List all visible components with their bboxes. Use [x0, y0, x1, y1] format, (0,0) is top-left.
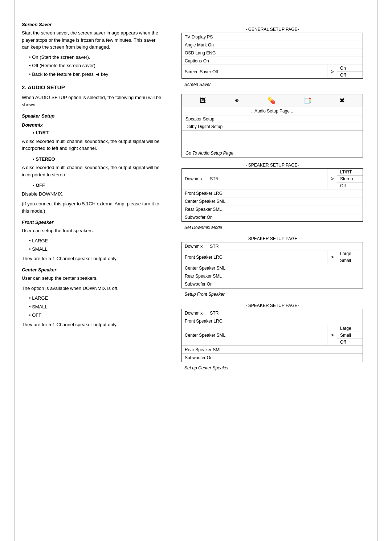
screen-saver-off-label: Screen Saver Off: [182, 65, 327, 78]
screen-saver-heading: Screen Saver: [22, 22, 163, 27]
audio-setup-para: When AUDIO SETUP option is selected, the…: [22, 94, 163, 108]
audio-page-label: .. Audio Setup Page ..: [182, 107, 363, 115]
icon-row: 🖼 ⚭ 💊 📑 ✖: [181, 94, 363, 107]
speaker-icon: 💊: [268, 97, 275, 104]
option-off: Off: [337, 72, 363, 78]
sp3-row-centerspeaker: Center Speaker SML > Large Small Off: [182, 325, 363, 346]
sp1-row-centerspeaker: Center Speaker SML: [182, 197, 363, 205]
sp2-front-label: Front Speaker LRG: [182, 250, 327, 264]
front-speaker-small: SMALL: [29, 246, 163, 253]
sp3-row-subwoofer: Subwoofer On: [182, 354, 363, 362]
option-on: On: [337, 65, 363, 72]
downmix-heading: Downmix: [22, 122, 163, 128]
front-speaker-para: User can setup the front speakers.: [22, 227, 163, 234]
center-speaker-small: SMALL: [29, 303, 163, 311]
sp1-arrow: >: [327, 169, 337, 189]
center-speaker-off: OFF: [29, 312, 163, 319]
angle-mark-label: Angle Mark On: [182, 41, 363, 49]
sp1-off: Off: [337, 183, 363, 189]
captions-label: Captions On: [182, 57, 363, 65]
speaker-setup-3-panel: Downmix STR Front Speaker LRG Center Spe…: [181, 309, 363, 362]
sp1-center-label: Center Speaker SML: [182, 197, 363, 205]
speaker-setup-1-panel: Downmix STR > LT/RT Stereo Off Front Spe…: [181, 168, 363, 222]
sp3-downmix-label: Downmix STR: [182, 309, 363, 317]
sp2-footer: Setup Front Speaker: [181, 291, 363, 298]
off-para1: Disable DOWNMIX.: [22, 190, 163, 198]
center-speaker-large: LARGE: [29, 295, 163, 302]
margin-top: [15, 11, 377, 11]
ltrt-bullet: LT/RT: [33, 129, 163, 136]
sp1-row-frontspeaker: Front Speaker LRG: [182, 189, 363, 197]
panel-row-tvdisplay: TV Display PS: [182, 33, 363, 41]
sp2-row-subwoofer: Subwoofer On: [182, 280, 363, 288]
stereo-para: A disc recorded multi channel soundtrack…: [22, 164, 163, 178]
sp1-options: LT/RT Stereo Off: [337, 169, 363, 189]
sp2-small: Small: [337, 257, 363, 264]
sp3-large: Large: [337, 325, 363, 332]
sp2-large: Large: [337, 250, 363, 257]
sp3-small: Small: [337, 332, 363, 339]
sp3-row-rearspeaker: Rear Speaker SML: [182, 346, 363, 354]
arrow-icon: >: [327, 65, 337, 78]
speaker-setup-1-label: - SPEAKER SETUP PAGE-: [181, 163, 363, 168]
goto-audio: Go To Audio Setup Page: [182, 149, 363, 157]
margin-right: [377, 0, 377, 541]
ltrt-para: A disc recorded multi channel soundtrack…: [22, 138, 163, 152]
sp2-options: Large Small: [337, 250, 363, 264]
screen-saver-footer: Screen Saver: [181, 81, 363, 88]
sp1-ltrt: LT/RT: [337, 169, 363, 176]
general-setup-label: - GENERAL SETUP PAGE-: [181, 27, 363, 32]
sp2-row-rearspeaker: Rear Speaker SML: [182, 272, 363, 280]
sp1-front-label: Front Speaker LRG: [182, 189, 363, 197]
sp2-row-frontspeaker: Front Speaker LRG > Large Small: [182, 250, 363, 264]
screen-saver-bullet-3: Back to the feature bar, press ◄ key: [29, 71, 163, 78]
osd-lang-label: OSD Lang ENG: [182, 49, 363, 57]
center-speaker-heading: Center Speaker: [22, 267, 163, 272]
center-speaker-para2: The option is available when DOWNMIX is …: [22, 285, 163, 292]
sp3-row-downmix: Downmix STR: [182, 309, 363, 317]
audio-setup-box: .. Audio Setup Page .. Speaker Setup Dol…: [181, 107, 363, 157]
speaker-setup-heading: Speaker Setup: [22, 113, 163, 119]
sp2-downmix-label: Downmix STR: [182, 242, 363, 250]
sp3-row-frontspeaker: Front Speaker LRG: [182, 317, 363, 325]
monitor-icon: 🖼: [200, 97, 206, 104]
panel-row-anglemark: Angle Mark On: [182, 41, 363, 49]
center-speaker-para1: User can setup the center speakers.: [22, 275, 163, 282]
off-para2: (If you connect this player to 5.1CH ext…: [22, 200, 163, 214]
sp2-rear-label: Rear Speaker SML: [182, 272, 363, 280]
sp1-row-rearspeaker: Rear Speaker SML: [182, 205, 363, 213]
audio-setup-heading: 2. AUDIO SETUP: [22, 84, 163, 90]
sp1-downmix-label: Downmix STR: [182, 169, 327, 189]
close-icon: ✖: [339, 97, 345, 104]
panel-row-osdlang: OSD Lang ENG: [182, 49, 363, 57]
right-column: - GENERAL SETUP PAGE- TV Display PS Angl…: [174, 15, 377, 526]
speaker-setup-menu: Speaker Setup: [182, 115, 363, 123]
sp2-row-downmix: Downmix STR: [182, 242, 363, 250]
stereo-bullet: STEREO: [33, 156, 163, 163]
screen-saver-para: Start the screen saver, the screen saver…: [22, 29, 163, 51]
speaker-setup-2-panel: Downmix STR Front Speaker LRG > Large Sm…: [181, 242, 363, 288]
sp3-rear-label: Rear Speaker SML: [182, 346, 363, 353]
sp2-row-centerspeaker: Center Speaker SML: [182, 264, 363, 272]
off-bullet: OFF: [33, 182, 163, 189]
screen-saver-bullet-1: On (Start the screen saver).: [29, 54, 163, 61]
general-setup-panel: TV Display PS Angle Mark On OSD Lang ENG…: [181, 33, 363, 79]
center-speaker-note: They are for 5.1 Channel speaker output …: [22, 321, 163, 328]
audio-icon-bar: 🖼 ⚭ 💊 📑 ✖ .. Audio Setup Page .. Speaker…: [181, 94, 363, 157]
dolby-digital-menu: Dolby Digital Setup: [182, 123, 363, 131]
sp1-subwoofer-label: Subwoofer On: [182, 213, 363, 221]
sp2-subwoofer-label: Subwoofer On: [182, 280, 363, 288]
sp3-center-label: Center Speaker SML: [182, 325, 327, 345]
speaker-setup-2-label: - SPEAKER SETUP PAGE-: [181, 236, 363, 241]
sp1-stereo: Stereo: [337, 176, 363, 183]
sp2-arrow: >: [327, 250, 337, 264]
sp3-off: Off: [337, 339, 363, 345]
sp3-front-label: Front Speaker LRG: [182, 317, 363, 325]
sp3-footer: Set up Center Speaker: [181, 364, 363, 372]
panel-row-captions: Captions On: [182, 57, 363, 65]
sp3-arrow: >: [327, 325, 337, 345]
sp1-footer: Set Downmix Mode: [181, 224, 363, 231]
tv-display-label: TV Display PS: [182, 33, 363, 41]
speaker-setup-3-label: - SPEAKER SETUP PAGE-: [181, 303, 363, 308]
audio-icon: ⚭: [234, 97, 240, 104]
